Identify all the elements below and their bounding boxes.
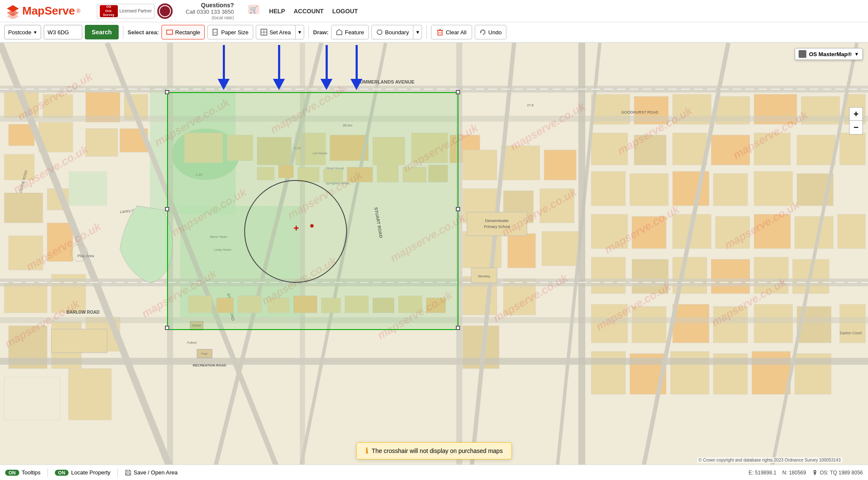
svg-text:RECREATION ROAD: RECREATION ROAD (193, 363, 226, 367)
svg-rect-168 (373, 298, 394, 313)
map-area[interactable]: Derwentwater Primary School Nursery Lant… (0, 43, 868, 465)
svg-rect-51 (463, 150, 497, 180)
svg-text:Manor Tower: Manor Tower (210, 235, 227, 238)
svg-text:Luray House: Luray House (214, 248, 231, 252)
set-area-arrow[interactable]: ▼ (295, 25, 304, 39)
cart-icon: 🛒 (247, 3, 260, 17)
svg-rect-169 (398, 296, 422, 313)
corner-handle-br[interactable] (456, 326, 460, 330)
zoom-out-button[interactable]: − (849, 121, 863, 135)
svg-rect-112 (0, 317, 868, 323)
svg-rect-78 (630, 174, 668, 206)
save-open-area-button[interactable]: Save / Open Area (125, 469, 178, 476)
tooltips-toggle[interactable]: ON (5, 470, 19, 476)
svg-rect-44 (227, 135, 253, 161)
account-link[interactable]: ACCOUNT (293, 8, 323, 15)
paper-size-label: Paper Size (221, 29, 248, 36)
cart-button[interactable]: 🛒 (247, 3, 260, 19)
help-link[interactable]: HELP (269, 8, 285, 15)
svg-rect-71 (634, 135, 666, 165)
zoom-in-button[interactable]: + (849, 107, 863, 121)
boundary-button[interactable]: Boundary (372, 27, 413, 37)
svg-rect-80 (713, 174, 748, 206)
svg-rect-48 (373, 137, 405, 165)
header: MapServe® OSOrd.Survey Licensed Partner … (0, 0, 868, 22)
svg-text:Nursery: Nursery (478, 274, 490, 278)
svg-text:GOODHURST ROAD: GOODHURST ROAD (621, 110, 658, 114)
corner-handle-bl[interactable] (165, 326, 169, 330)
set-area-dropdown: Set Area ▼ (256, 25, 304, 39)
status-sep-2 (117, 468, 118, 477)
svg-rect-162 (216, 298, 233, 313)
set-area-button[interactable]: Set Area (256, 27, 295, 37)
clear-all-button[interactable]: Clear All (431, 25, 472, 39)
svg-rect-24 (43, 94, 73, 118)
separator-2 (308, 26, 309, 39)
svg-rect-28 (4, 193, 43, 223)
os-ref-group: OS: TQ 1989 8056 (812, 470, 863, 476)
paper-size-icon: A4 (212, 29, 219, 36)
corner-handle-mr[interactable] (456, 207, 460, 211)
svg-rect-153 (257, 167, 274, 180)
layer-dropdown-icon: ▼ (854, 51, 859, 57)
svg-rect-110 (0, 116, 868, 122)
rectangle-button[interactable]: Rectangle (162, 25, 205, 39)
corner-handle-tr[interactable] (456, 90, 460, 94)
select-area-label: Select area: (128, 29, 159, 36)
svg-rect-167 (345, 296, 368, 313)
svg-rect-12 (438, 30, 442, 35)
feature-label: Feature (345, 29, 364, 36)
postcode-dropdown[interactable]: Postcode ▼ (4, 25, 41, 39)
svg-rect-93 (711, 259, 750, 294)
locate-toggle[interactable]: ON (55, 470, 69, 476)
map-layer-selector[interactable]: OS MasterMap® ▼ (795, 48, 863, 60)
undo-button[interactable]: Undo (475, 25, 506, 39)
logo-text: MapServe (22, 4, 75, 18)
corner-handle-tl[interactable] (165, 90, 169, 94)
coordinates-display: E: 519898.1 N: 180569 OS: TQ 1989 8056 (748, 470, 863, 476)
svg-rect-38 (69, 369, 111, 420)
svg-rect-32 (4, 283, 47, 313)
separator-3 (426, 26, 427, 39)
postcode-input[interactable] (44, 25, 82, 39)
logo: MapServe® (5, 3, 81, 19)
feature-button[interactable]: Feature (331, 25, 369, 39)
logout-link[interactable]: LOGOUT (332, 8, 358, 15)
svg-rect-102 (840, 304, 865, 343)
save-open-label: Save / Open Area (134, 469, 178, 476)
boundary-arrow[interactable]: ▼ (413, 25, 422, 39)
zoom-controls: + − (849, 107, 863, 135)
svg-rect-164 (268, 298, 289, 313)
os-logo: OSOrd.Survey (100, 5, 118, 17)
licensed-partner-text: Licensed Partner (120, 9, 152, 13)
svg-rect-181 (126, 473, 130, 475)
svg-rect-84 (632, 216, 666, 249)
rectangle-icon (166, 29, 173, 36)
svg-rect-159 (403, 167, 426, 182)
map-layer-label: OS MasterMap® (809, 51, 852, 57)
boundary-dropdown: Boundary ▼ (371, 25, 422, 39)
set-area-icon (260, 29, 267, 36)
questions-rate: (local rate) (186, 15, 234, 20)
set-area-label: Set Area (269, 29, 291, 36)
svg-rect-27 (4, 154, 34, 180)
svg-rect-90 (591, 257, 626, 294)
draw-label: Draw: (313, 29, 329, 36)
svg-rect-52 (501, 146, 540, 180)
svg-rect-89 (838, 214, 865, 249)
search-button[interactable]: Search (85, 25, 119, 39)
questions-title: Questions? (186, 2, 234, 9)
svg-rect-96 (591, 304, 628, 343)
svg-rect-72 (673, 133, 707, 165)
mapserve-badge (157, 3, 173, 19)
svg-text:Leo House: Leo House (313, 152, 327, 155)
corner-handle-ml[interactable] (165, 207, 169, 211)
svg-rect-99 (713, 306, 748, 343)
svg-rect-56 (540, 189, 574, 223)
paper-size-button[interactable]: A4 Paper Size (207, 25, 253, 39)
os-partner-badge: OSOrd.Survey Licensed Partner (97, 4, 155, 18)
svg-text:SUMMERLANDS AVENUE: SUMMERLANDS AVENUE (357, 79, 414, 84)
header-nav: HELP ACCOUNT LOGOUT (269, 8, 358, 15)
svg-rect-154 (278, 165, 293, 178)
boundary-icon (376, 29, 383, 36)
